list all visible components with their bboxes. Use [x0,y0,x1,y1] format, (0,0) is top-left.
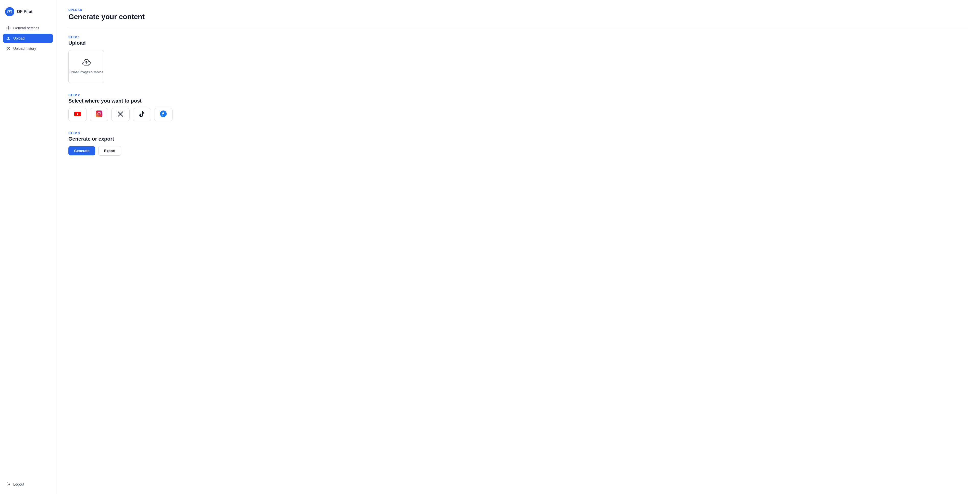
youtube-button[interactable] [68,108,87,121]
general-settings-label: General settings [13,26,39,30]
logout-icon [6,482,11,487]
step-3-label: STEP 3 [68,132,968,135]
logo-icon [5,7,14,16]
step-3-title: Generate or export [68,136,968,142]
upload-icon [6,36,11,41]
step-2-label: STEP 2 [68,94,968,97]
sidebar-item-upload[interactable]: Upload [3,34,53,43]
upload-label: Upload [13,36,24,40]
sidebar: OF Pilot General settings Upload [0,0,56,494]
facebook-button[interactable] [154,108,172,121]
upload-dropzone[interactable]: Upload images or videos [68,50,104,83]
page-header: UPLOAD Generate your content [68,8,968,21]
svg-rect-5 [96,111,102,117]
x-icon [118,111,123,118]
upload-history-label: Upload history [13,46,36,51]
instagram-button[interactable] [90,108,108,121]
svg-point-7 [100,112,101,113]
generate-button[interactable]: Generate [68,146,95,156]
tiktok-button[interactable] [133,108,151,121]
step-1-label: STEP 1 [68,35,968,39]
step-3-section: STEP 3 Generate or export Generate Expor… [68,132,968,156]
tiktok-icon [139,111,145,118]
platform-selector [68,108,968,121]
logout-label: Logout [13,482,24,486]
main-content: UPLOAD Generate your content STEP 1 Uplo… [56,0,980,494]
step-1-section: STEP 1 Upload Upload images or videos [68,35,968,83]
action-buttons: Generate Export [68,146,968,156]
step-2-title: Select where you want to post [68,98,968,104]
youtube-icon [74,111,81,118]
sidebar-item-upload-history[interactable]: Upload history [3,44,53,53]
app-name: OF Pilot [17,10,32,14]
page-section-label: UPLOAD [68,8,968,12]
history-icon [6,46,11,51]
gear-icon [6,26,11,30]
cloud-upload-icon [82,59,91,68]
logo-area: OF Pilot [3,5,53,22]
x-button[interactable] [111,108,130,121]
page-title: Generate your content [68,13,968,21]
sidebar-bottom: Logout [3,480,53,489]
step-2-section: STEP 2 Select where you want to post [68,94,968,121]
sidebar-item-logout[interactable]: Logout [3,480,53,489]
export-button[interactable]: Export [98,146,121,156]
instagram-icon [96,111,102,119]
facebook-icon [160,111,167,119]
sidebar-item-general-settings[interactable]: General settings [3,24,53,33]
step-1-title: Upload [68,40,968,46]
header-divider [68,27,968,27]
upload-box-label: Upload images or videos [69,70,103,75]
